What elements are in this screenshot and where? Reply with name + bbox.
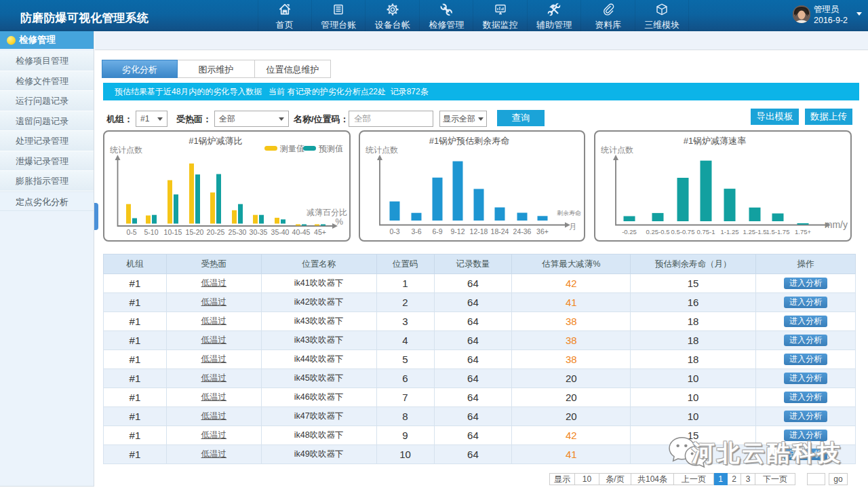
svg-text:0.75-1: 0.75-1: [697, 228, 715, 235]
svg-text:36+: 36+: [536, 227, 549, 235]
svg-text:9-12: 9-12: [450, 227, 465, 235]
svg-text:20-25: 20-25: [207, 228, 225, 236]
svg-text:30-35: 30-35: [250, 228, 268, 236]
svg-text:0.5-0.75: 0.5-0.75: [671, 228, 695, 235]
svg-text:#1锅炉预估剩余寿命: #1锅炉预估剩余寿命: [429, 136, 509, 146]
svg-text:#1锅炉减薄比: #1锅炉减薄比: [189, 136, 242, 146]
svg-text:预测值: 预测值: [319, 144, 343, 153]
svg-text:1.25-1.5: 1.25-1.5: [743, 228, 767, 235]
svg-text:月: 月: [569, 223, 576, 231]
svg-text:%: %: [335, 216, 343, 227]
svg-text:0-5: 0-5: [126, 228, 136, 236]
svg-text:35-40: 35-40: [271, 228, 290, 236]
svg-text:测量值: 测量值: [279, 144, 304, 153]
svg-text:1.75+: 1.75+: [795, 228, 811, 235]
svg-text:1-1.25: 1-1.25: [721, 228, 739, 235]
svg-text:剩余寿命: 剩余寿命: [557, 210, 581, 216]
svg-text:1.5-1.75: 1.5-1.75: [766, 228, 790, 235]
svg-text:0-3: 0-3: [389, 227, 399, 235]
svg-text:10-15: 10-15: [164, 228, 182, 236]
svg-text:24-36: 24-36: [513, 227, 532, 235]
svg-text:45+: 45+: [314, 228, 326, 236]
svg-text:0.25-0.5: 0.25-0.5: [646, 228, 670, 235]
svg-text:3-6: 3-6: [411, 227, 421, 235]
svg-text:18-24: 18-24: [491, 227, 509, 235]
svg-text:统计点数: 统计点数: [366, 145, 398, 155]
svg-text:mm/y: mm/y: [825, 219, 848, 230]
svg-text:减薄百分比: 减薄百分比: [307, 208, 347, 217]
svg-text:#1锅炉减薄速率: #1锅炉减薄速率: [684, 136, 746, 146]
svg-text:-0.25: -0.25: [622, 228, 637, 235]
svg-text:15-20: 15-20: [186, 228, 204, 236]
svg-text:25-30: 25-30: [229, 228, 247, 236]
svg-text:12-18: 12-18: [470, 227, 488, 235]
svg-text:统计点数: 统计点数: [110, 145, 142, 155]
svg-text:6-9: 6-9: [432, 227, 442, 235]
svg-text:40-45: 40-45: [292, 228, 311, 236]
svg-text:统计点数: 统计点数: [601, 145, 633, 155]
svg-text:5-10: 5-10: [144, 228, 158, 236]
